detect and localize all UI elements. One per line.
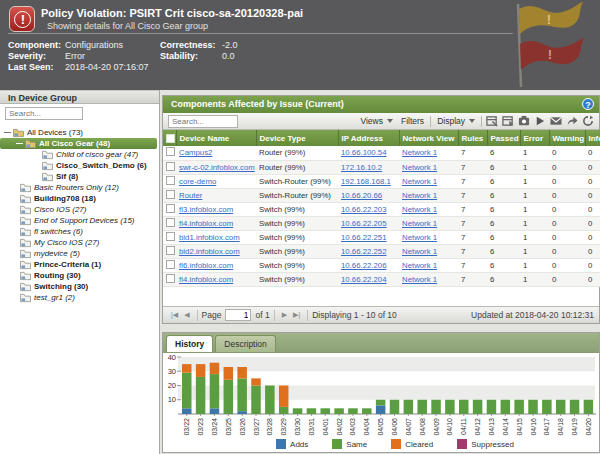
row-checkbox[interactable] bbox=[166, 274, 175, 283]
email-icon[interactable] bbox=[550, 115, 562, 127]
column-header-ip-address[interactable]: IP Address bbox=[338, 130, 399, 146]
column-header-error[interactable]: Error bbox=[520, 130, 549, 146]
network-view-link[interactable]: Network 1 bbox=[402, 163, 437, 172]
device-name-link[interactable]: fl3.infoblox.com bbox=[179, 205, 233, 214]
tree-item-cisco-switch-demo-6[interactable]: Cisco_Switch_Demo (6) bbox=[0, 160, 159, 171]
row-checkbox[interactable] bbox=[166, 204, 175, 213]
ip-address-link[interactable]: 10.66.20.66 bbox=[341, 191, 382, 200]
device-name-link[interactable]: fl4.infoblox.com bbox=[179, 219, 233, 228]
collapse-toggle[interactable] bbox=[16, 139, 25, 148]
row-checkbox[interactable] bbox=[166, 218, 175, 227]
page-input[interactable] bbox=[225, 309, 251, 321]
snapshot-icon[interactable] bbox=[518, 115, 530, 127]
row-checkbox[interactable] bbox=[166, 190, 175, 199]
cell-error: 1 bbox=[520, 160, 549, 174]
column-header-passed[interactable]: Passed bbox=[487, 130, 520, 146]
ip-address-link[interactable]: 172.16.10.2 bbox=[341, 163, 382, 172]
first-page-icon[interactable]: |◀ bbox=[171, 311, 178, 319]
display-button[interactable]: Display bbox=[433, 116, 479, 126]
tree-item-routing-30[interactable]: Routing (30) bbox=[0, 270, 159, 281]
tree-item-basic-routers-only-12[interactable]: Basic Routers Only (12) bbox=[0, 182, 159, 193]
collapse-toggle[interactable] bbox=[4, 128, 13, 137]
table-search-input[interactable] bbox=[168, 115, 238, 128]
ip-address-link[interactable]: 10.66.22.251 bbox=[341, 233, 387, 242]
device-name-link[interactable]: Router bbox=[179, 191, 202, 200]
cell-error: 1 bbox=[520, 174, 549, 188]
ip-address-link[interactable]: 10.66.22.205 bbox=[341, 219, 387, 228]
tree-item-all-cisco-gear-48[interactable]: All Cisco Gear (48) bbox=[0, 138, 157, 149]
filters-button[interactable]: Filters bbox=[397, 116, 428, 126]
cell-passed: 6 bbox=[487, 230, 520, 244]
tree-item-cisco-ios-27[interactable]: Cisco IOS (27) bbox=[0, 204, 159, 215]
run-icon[interactable] bbox=[534, 115, 546, 127]
row-checkbox[interactable] bbox=[166, 246, 175, 255]
column-header-rules[interactable]: Rules bbox=[458, 130, 487, 146]
row-checkbox[interactable] bbox=[166, 176, 175, 185]
row-checkbox[interactable] bbox=[166, 162, 175, 171]
folder-icon bbox=[20, 194, 31, 204]
help-icon[interactable]: ? bbox=[582, 98, 594, 110]
network-view-link[interactable]: Network 1 bbox=[402, 219, 437, 228]
cell-device-type: Switch (99%) bbox=[256, 230, 338, 244]
ip-address-link[interactable]: 10.66.22.204 bbox=[341, 275, 387, 284]
column-header-info[interactable]: Info bbox=[585, 130, 600, 146]
device-name-link[interactable]: swr-c-02.infoblox.com bbox=[179, 163, 255, 172]
tree-item-sif-8[interactable]: Sif (8) bbox=[0, 171, 159, 182]
ip-address-link[interactable]: 10.66.100.54 bbox=[341, 148, 387, 157]
cell-device-type: Switch-Router (99%) bbox=[256, 188, 338, 202]
row-checkbox[interactable] bbox=[166, 232, 175, 241]
device-name-link[interactable]: Campus2 bbox=[179, 148, 212, 157]
column-header-device-type[interactable]: Device Type bbox=[256, 130, 338, 146]
network-view-link[interactable]: Network 1 bbox=[402, 233, 437, 242]
tab-description[interactable]: Description bbox=[215, 335, 276, 352]
svg-text:04/03: 04/03 bbox=[349, 418, 356, 436]
cell-network-view: Network 1 bbox=[399, 174, 458, 188]
tree-item-my-cisco-ios-27[interactable]: My Cisco IOS (27) bbox=[0, 237, 159, 248]
network-view-link[interactable]: Network 1 bbox=[402, 148, 437, 157]
ip-address-link[interactable]: 10.66.22.252 bbox=[341, 247, 387, 256]
table-row: fl6.infoblox.comSwitch (99%)10.66.22.206… bbox=[163, 258, 600, 272]
tree-item-all-devices-73[interactable]: All Devices (73) bbox=[0, 127, 159, 138]
share-icon[interactable] bbox=[566, 115, 578, 127]
network-view-link[interactable]: Network 1 bbox=[402, 247, 437, 256]
network-view-link[interactable]: Network 1 bbox=[402, 191, 437, 200]
select-all-checkbox[interactable] bbox=[166, 134, 175, 143]
network-view-link[interactable]: Network 1 bbox=[402, 205, 437, 214]
export-table-icon[interactable] bbox=[486, 115, 498, 127]
cell-device-name: fl4.infoblox.com bbox=[176, 216, 256, 230]
export-all-icon[interactable] bbox=[502, 115, 514, 127]
ip-address-link[interactable]: 10.66.22.203 bbox=[341, 205, 387, 214]
ip-address-link[interactable]: 10.66.22.206 bbox=[341, 261, 387, 270]
tab-history[interactable]: History bbox=[166, 335, 213, 352]
next-page-icon[interactable]: ▶ bbox=[282, 311, 287, 319]
tree-item-label: End of Support Devices (15) bbox=[34, 216, 135, 225]
views-button[interactable]: Views bbox=[356, 116, 397, 126]
tree-item-end-of-support-devices-15[interactable]: End of Support Devices (15) bbox=[0, 215, 159, 226]
prev-page-icon[interactable]: ◀ bbox=[184, 311, 189, 319]
ip-address-link[interactable]: 192.168.168.1 bbox=[341, 177, 391, 186]
row-checkbox[interactable] bbox=[166, 147, 175, 156]
row-checkbox[interactable] bbox=[166, 260, 175, 269]
tree-item-building708-18[interactable]: Building708 (18) bbox=[0, 193, 159, 204]
device-name-link[interactable]: fl4.infoblox.com bbox=[179, 275, 233, 284]
svg-text:20: 20 bbox=[168, 381, 176, 390]
device-name-link[interactable]: fl6.infoblox.com bbox=[179, 261, 233, 270]
column-header-device-name[interactable]: Device Name bbox=[176, 130, 256, 146]
tree-item-fl-switches-6[interactable]: fl switches (6) bbox=[0, 226, 159, 237]
column-header-warning[interactable]: Warning bbox=[549, 130, 585, 146]
network-view-link[interactable]: Network 1 bbox=[402, 275, 437, 284]
tree-item-switching-30[interactable]: Switching (30) bbox=[0, 281, 159, 292]
tree-item-test-gr1-2[interactable]: test_gr1 (2) bbox=[0, 292, 159, 303]
device-name-link[interactable]: bld2.infoblox.com bbox=[179, 247, 240, 256]
network-view-link[interactable]: Network 1 bbox=[402, 177, 437, 186]
sidebar-search-input[interactable] bbox=[5, 107, 83, 120]
tree-item-prince-criteria-1[interactable]: Prince-Criteria (1) bbox=[0, 259, 159, 270]
network-view-link[interactable]: Network 1 bbox=[402, 261, 437, 270]
column-header-network-view[interactable]: Network View bbox=[399, 130, 458, 146]
tree-item-child-of-cisco-gear-47[interactable]: Child of cisco gear (47) bbox=[0, 149, 159, 160]
device-name-link[interactable]: bld1.infoblox.com bbox=[179, 233, 240, 242]
tree-item-mydevice-5[interactable]: mydevice (5) bbox=[0, 248, 159, 259]
refresh-icon[interactable] bbox=[582, 115, 594, 127]
device-name-link[interactable]: core-demo bbox=[179, 177, 216, 186]
last-page-icon[interactable]: ▶| bbox=[293, 311, 300, 319]
